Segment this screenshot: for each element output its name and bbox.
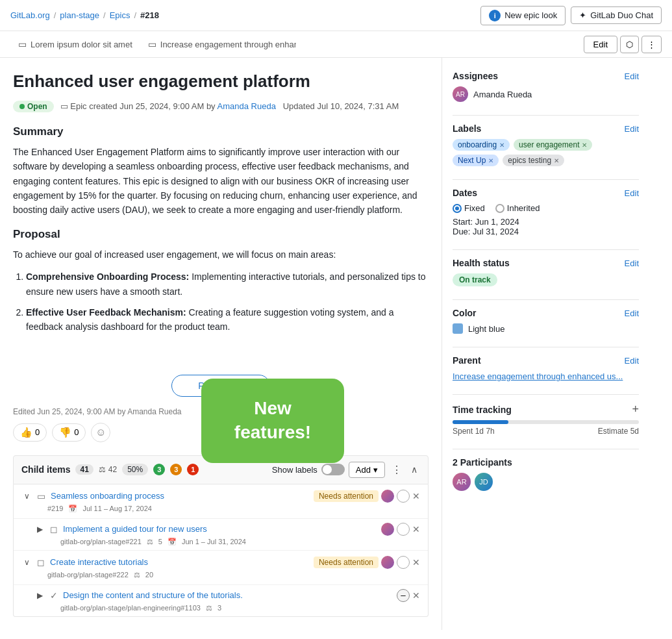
sub-title-2[interactable]: Design the content and structure of the … [63,590,392,600]
time-tracking-row: Time tracking + [453,403,639,416]
tab-icon-2: ▭ [148,39,156,49]
breadcrumb-epics[interactable]: Epics [110,10,131,20]
participants-label: 2 Participants [453,457,512,468]
sub-weight-1: 5 [158,538,162,545]
color-section: Color Edit Light blue [453,308,639,334]
meta-line: Open ▭ Epic created Jun 25, 2024, 9:00 A… [13,101,429,112]
label-remove-user-engagement[interactable]: ✕ [582,142,587,149]
new-epic-label: New epic look [504,10,557,20]
breadcrumb: GitLab.org / plan-stage / Epics / #218 [10,10,159,20]
child-expand-2[interactable]: ∨ [21,558,32,567]
tabs-bar: ▭ Lorem ipsum dolor sit amet ▭ Increase … [0,31,672,58]
participants-avatars: AR JD [453,473,639,491]
label-epics-testing: epics testing ✕ [503,155,564,166]
parent-edit[interactable]: Edit [625,356,639,366]
add-emoji-button[interactable]: ☺ [91,423,110,442]
child-actions-2: Needs attention ✕ [314,556,420,569]
color-label: Color [453,308,477,318]
health-edit[interactable]: Edit [625,258,639,268]
tab-2[interactable]: ▭ Increase engagement through enhanced u… [140,35,296,53]
child-items-list: ∨ ▭ Seamless onboarding process Needs at… [13,484,429,617]
inherited-label: Inherited [507,203,540,213]
fade-container [13,342,429,368]
breadcrumb-issue: #218 [140,10,159,20]
meta-author-link[interactable]: Amanda Rueda [218,101,276,111]
add-chevron-icon: ▾ [373,465,378,475]
parent-row: Parent Edit [453,355,639,366]
labels-edit[interactable]: Edit [625,124,639,134]
label-remove-epics-testing[interactable]: ✕ [554,157,559,164]
summary-text: The Enhanced User Engagement Platform ai… [13,145,429,218]
add-time-button[interactable]: + [632,403,639,416]
assignees-row: Assignees Edit [453,71,639,81]
breadcrumb-org[interactable]: GitLab.org [10,10,50,20]
sub-title-1[interactable]: Implement a guided tour for new users [63,524,376,534]
child-expand-1[interactable]: ∨ [21,492,32,501]
proposal-intro: To achieve our goal of increased user en… [13,247,429,262]
fixed-label: Fixed [464,203,485,213]
label-remove-next-up[interactable]: ✕ [488,157,493,164]
participant-1: AR [453,473,471,491]
child-date-1: Jul 11 – Aug 17, 2024 [82,505,151,512]
share-button[interactable]: ⬡ [620,36,639,53]
parent-value[interactable]: Increase engagement through enhanced us.… [453,371,623,381]
sub-status-2[interactable]: – [397,589,410,602]
fixed-option[interactable]: Fixed [453,203,485,213]
thumbs-down-icon: 👎 [59,427,71,438]
duo-chat-button[interactable]: ✦ GitLab Duo Chat [571,6,662,24]
participant-2: JD [475,473,493,491]
sub-expand-2[interactable]: ▶ [34,591,45,600]
show-labels-toggle[interactable] [321,464,345,475]
add-child-button[interactable]: Add ▾ [349,462,385,478]
color-edit[interactable]: Edit [625,308,639,318]
remove-2[interactable]: ✕ [412,557,420,568]
sub-status-1[interactable] [397,523,410,536]
thumbs-down-button[interactable]: 👎 0 [52,423,86,442]
duo-chat-icon: ✦ [579,10,586,20]
sub-child-2: ▶ ✓ Design the content and structure of … [14,585,428,616]
toggle-track[interactable] [321,464,345,475]
child-title-1[interactable]: Seamless onboarding process [51,491,308,501]
inherited-radio [495,204,504,213]
breadcrumb-section[interactable]: plan-stage [60,10,99,20]
status-circle-2[interactable] [397,556,410,569]
child-meta-1: #219 📅 Jul 11 – Aug 17, 2024 [47,505,420,513]
needs-attention-1: Needs attention [314,490,379,502]
info-icon: i [489,10,501,21]
color-value: Light blue [468,324,504,334]
edit-button[interactable]: Edit [584,36,617,53]
status-circle-1[interactable] [397,490,410,503]
child-weight: ⚖ 42 [99,465,117,474]
remove-1[interactable]: ✕ [412,491,420,501]
parent-label: Parent [453,355,481,366]
new-epic-look-button[interactable]: i New epic look [480,6,566,25]
tabs-actions: Edit ⬡ ⋮ [584,36,662,53]
child-more-button[interactable]: ⋮ [389,461,404,479]
needs-attention-2: Needs attention [314,557,379,568]
show-labels-row: Show labels Add ▾ ⋮ ∧ [272,461,420,479]
child-avatar-2 [381,556,394,569]
assignees-edit[interactable]: Edit [625,71,639,81]
inherited-option[interactable]: Inherited [495,203,540,213]
time-progress-bar [453,420,639,424]
child-item-2: ∨ ◻ Create interactive tutorials Needs a… [14,551,428,585]
sub-expand-1[interactable]: ▶ [34,525,45,534]
health-section: Health status Edit On track [453,258,639,286]
sub-actions-2: – ✕ [397,589,420,602]
label-user-engagement: user engagement ✕ [514,139,592,151]
thumbs-down-count: 0 [74,427,79,437]
dates-edit[interactable]: Edit [625,188,639,198]
child-title-2[interactable]: Create interactive tutorials [50,557,308,567]
child-collapse-button[interactable]: ∧ [408,462,420,477]
more-actions-button[interactable]: ⋮ [641,36,662,53]
sub-remove-1[interactable]: ✕ [412,524,420,534]
label-remove-onboarding[interactable]: ✕ [499,142,504,149]
tab-1[interactable]: ▭ Lorem ipsum dolor sit amet [10,35,140,53]
assignee-avatar: AR [453,86,468,102]
divider-5 [453,347,639,347]
divider-7 [453,449,639,449]
dates-section: Dates Edit Fixed Inherited Start: Jun 1,… [453,188,639,236]
sub-remove-2[interactable]: ✕ [412,590,420,601]
child-item-2-row: ∨ ◻ Create interactive tutorials Needs a… [21,556,420,569]
thumbs-up-button[interactable]: 👍 0 [13,423,47,442]
